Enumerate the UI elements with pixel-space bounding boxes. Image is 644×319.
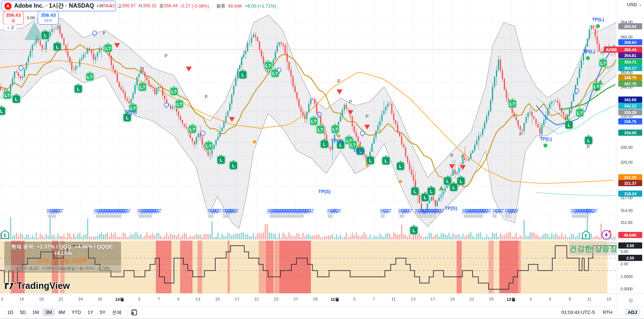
session-toggle[interactable]: RTH xyxy=(603,310,612,315)
svg-text:L?: L? xyxy=(190,127,195,132)
long-marker[interactable]: L xyxy=(0,105,6,116)
range-button-1d[interactable]: 1D xyxy=(4,308,16,316)
svg-text:L?: L? xyxy=(176,102,182,107)
range-button-전체[interactable]: 전체 xyxy=(109,308,124,317)
squeeze-fire-band xyxy=(266,241,274,293)
long-question-marker[interactable]: L? xyxy=(3,89,12,100)
long-question-marker[interactable]: L? xyxy=(331,123,340,134)
currency-selector[interactable]: USD∨ xyxy=(627,2,641,7)
range-button-6m[interactable]: 6M xyxy=(55,308,68,316)
long-marker[interactable]: L xyxy=(396,160,405,171)
earnings-event-icon[interactable]: E xyxy=(582,231,590,239)
axis-tick: 314.00 xyxy=(620,208,633,213)
long-question-marker[interactable]: L? xyxy=(204,140,213,151)
sell-button[interactable]: 356.43 셀 xyxy=(3,11,24,25)
time-axis-label: 3 xyxy=(138,297,140,301)
price-axis[interactable]: USD∨ 364.00360.00350.00346.00338.00330.0… xyxy=(617,0,644,306)
long-marker[interactable]: L xyxy=(216,154,226,165)
price-level-badge: 354.71 xyxy=(618,59,642,65)
sell-signal-triangle[interactable] xyxy=(186,66,192,72)
svg-text:L?: L? xyxy=(4,93,10,98)
pivot-label: P xyxy=(519,132,522,137)
long-marker[interactable]: L xyxy=(12,93,21,104)
long-marker[interactable]: L xyxy=(410,185,420,196)
sell-signal-triangle[interactable] xyxy=(336,89,343,95)
take-profit-label: TP(L) xyxy=(583,49,595,54)
earnings-event-icon[interactable]: E xyxy=(1,230,9,238)
time-axis-label: 10월 xyxy=(115,297,124,302)
long-marker[interactable]: L xyxy=(41,29,50,40)
long-question-marker[interactable]: L? xyxy=(263,60,273,70)
signal-dot xyxy=(358,144,361,148)
long-question-marker[interactable]: L? xyxy=(598,57,608,68)
time-axis[interactable]: 2161822242610월3791315172123272911월571113… xyxy=(0,293,617,306)
entry-circle-marker xyxy=(201,131,205,135)
time-axis-label: 16 xyxy=(20,297,24,301)
long-marker[interactable]: L xyxy=(238,69,248,79)
pivot-label: P xyxy=(349,99,352,105)
long-question-marker[interactable]: L? xyxy=(188,123,197,134)
time-axis-label: 27 xyxy=(294,297,298,301)
take-profit-label: TP(L) xyxy=(540,136,552,142)
long-marker[interactable]: L xyxy=(456,175,466,186)
range-button-3m[interactable]: 3M xyxy=(42,308,55,316)
long-question-marker[interactable]: L? xyxy=(138,81,147,92)
toolbar-divider xyxy=(127,309,128,316)
take-profit-dot xyxy=(596,24,600,28)
axis-settings-cell[interactable]: ◎ xyxy=(617,293,644,306)
svg-text:L: L xyxy=(385,159,387,164)
svg-text:L: L xyxy=(399,164,402,169)
long-question-marker[interactable]: L? xyxy=(316,124,325,134)
time-axis-label: 11월 xyxy=(331,297,339,302)
long-marker[interactable]: L xyxy=(564,119,574,130)
svg-text:L: L xyxy=(412,228,415,233)
take-profit-label: TP(S) xyxy=(124,109,137,115)
long-marker[interactable]: L xyxy=(229,160,238,170)
range-button-1y[interactable]: 1Y xyxy=(84,308,96,316)
adjusted-data-toggle[interactable]: ADJ xyxy=(624,308,640,316)
toolbar-right: 01:03:43 UTC-5 RTH ADJ xyxy=(561,308,640,316)
take-profit-dot xyxy=(544,144,548,148)
range-button-1m[interactable]: 1M xyxy=(29,308,42,316)
legend-collapse-toggle[interactable]: ∨ 2 xyxy=(4,24,17,31)
buy-button[interactable]: 356.43 바이 xyxy=(38,11,59,25)
time-axis-label: 23 xyxy=(274,297,279,301)
range-button-5y[interactable]: 5Y xyxy=(97,308,108,316)
svg-text:L: L xyxy=(430,189,433,194)
price-level-badge: 336.75 xyxy=(618,118,642,124)
entry-circle-marker xyxy=(574,89,579,93)
price-level-badge: 318.24 xyxy=(618,191,642,197)
svg-text:L: L xyxy=(414,189,416,194)
long-marker[interactable]: L xyxy=(427,185,436,196)
clock-readout[interactable]: 01:03:43 UTC-5 xyxy=(561,310,595,315)
long-question-marker[interactable]: L? xyxy=(169,86,179,96)
long-marker[interactable]: L xyxy=(320,138,329,149)
time-axis-label: 29 xyxy=(313,297,318,301)
long-question-marker[interactable]: L? xyxy=(508,98,517,109)
price-level-badge: 347.70 xyxy=(618,81,642,87)
pivot-label: P xyxy=(103,31,105,36)
supercharts-boost-icon[interactable] xyxy=(602,230,611,239)
long-question-marker[interactable]: L? xyxy=(175,98,184,109)
long-marker[interactable]: L xyxy=(74,83,83,94)
relative-strength-line: 현재 종목: +1.37% / QQQ: +4.96% / QQQE: +4.1… xyxy=(4,243,121,257)
long-question-marker[interactable]: L? xyxy=(575,107,585,118)
long-marker[interactable]: L xyxy=(381,155,391,165)
scales-settings-icon: ◎ xyxy=(628,297,633,303)
price-level-badge: 342.69 xyxy=(618,97,642,103)
svg-text:L?: L? xyxy=(577,111,582,116)
close-value: 356.44 xyxy=(164,3,178,8)
sell-price: 356.43 xyxy=(3,12,24,18)
chevron-down-icon: ∨ xyxy=(639,3,641,7)
long-marker[interactable]: L xyxy=(53,41,62,52)
range-button-5d[interactable]: 5D xyxy=(17,308,29,316)
price-level-badge: 358.64 xyxy=(618,39,642,45)
long-marker[interactable]: L xyxy=(409,225,419,235)
long-question-marker[interactable]: L? xyxy=(103,42,113,53)
long-question-marker[interactable]: L? xyxy=(85,71,95,82)
long-question-marker[interactable]: L? xyxy=(309,115,319,126)
go-to-date-button[interactable] xyxy=(130,309,138,316)
range-button-ytd[interactable]: YTD xyxy=(68,308,84,316)
price-level-badge: 363.04 xyxy=(618,23,642,29)
long-marker[interactable]: L xyxy=(584,135,593,145)
